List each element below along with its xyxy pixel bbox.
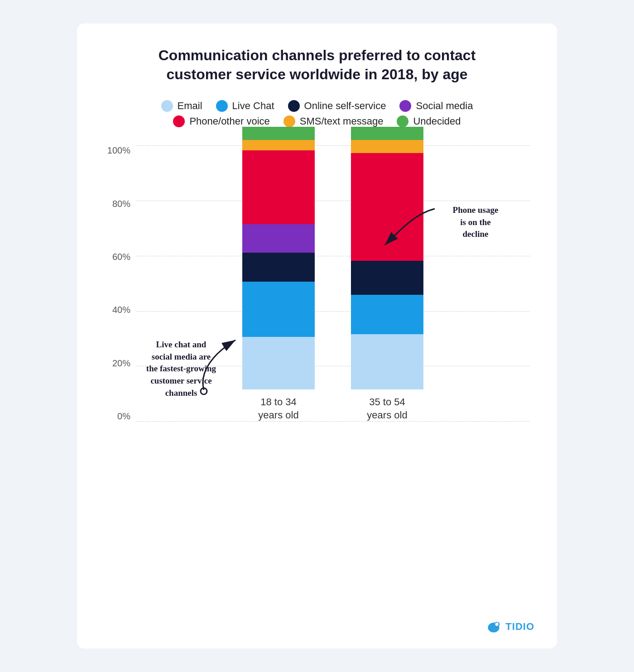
bar-label-0: 18 to 34years old: [258, 396, 298, 422]
y-axis: 0%20%40%60%80%100%: [104, 145, 136, 453]
y-axis-label: 0%: [104, 411, 136, 422]
legend-label: Social media: [416, 100, 473, 112]
legend-label: Online self-service: [304, 100, 386, 112]
legend-label: Undecided: [413, 115, 461, 127]
bar-group-1: 35 to 54years old: [351, 127, 423, 422]
brand-name: TIDIO: [505, 621, 534, 633]
legend-item-social-media: Social media: [399, 100, 473, 112]
legend-dot: [216, 100, 228, 112]
legend: EmailLive ChatOnline self-serviceSocial …: [104, 100, 530, 127]
legend-label: Live Chat: [232, 100, 274, 112]
legend-item-undecided: Undecided: [397, 115, 461, 127]
legend-item-email: Email: [161, 100, 202, 112]
legend-label: Email: [178, 100, 202, 112]
legend-dot: [397, 115, 408, 127]
annotation-left: Live chat andsocial media arethe fastest…: [131, 339, 231, 399]
legend-dot: [399, 100, 411, 112]
chart-title: Communication channels preferred to cont…: [104, 46, 530, 84]
legend-label: SMS/text message: [300, 115, 384, 127]
y-axis-label: 40%: [104, 305, 136, 315]
chart-inner: 18 to 34years old35 to 54years old: [136, 145, 530, 453]
legend-item-live-chat: Live Chat: [216, 100, 274, 112]
bar-segment: [351, 261, 423, 295]
legend-row-1: EmailLive ChatOnline self-serviceSocial …: [104, 100, 530, 112]
infographic-card: Communication channels preferred to cont…: [77, 24, 557, 648]
bar-segment: [242, 127, 315, 140]
legend-dot: [173, 115, 185, 127]
bar-segment: [351, 127, 423, 140]
tidio-brand: TIDIO: [485, 619, 534, 635]
bar-segment: [351, 334, 423, 389]
bar-label-1: 35 to 54years old: [367, 396, 407, 422]
bar-segment: [242, 150, 315, 224]
legend-item-sms/text-message: SMS/text message: [283, 115, 384, 127]
legend-label: Phone/other voice: [189, 115, 269, 127]
tidio-icon: [485, 619, 502, 635]
legend-dot: [288, 100, 300, 112]
bar-segment: [351, 153, 423, 261]
legend-item-online-self-service: Online self-service: [288, 100, 386, 112]
legend-item-phone/other-voice: Phone/other voice: [173, 115, 269, 127]
stacked-bar-0: [242, 127, 315, 389]
bar-segment: [242, 337, 315, 389]
bar-segment: [351, 295, 423, 334]
legend-dot: [161, 100, 173, 112]
bar-segment: [351, 140, 423, 153]
svg-point-5: [495, 623, 499, 626]
y-axis-label: 100%: [104, 145, 136, 156]
y-axis-label: 80%: [104, 199, 136, 209]
bar-segment: [242, 282, 315, 337]
bar-group-0: 18 to 34years old: [242, 127, 315, 422]
annotation-right: Phone usageis on thedecline: [435, 204, 516, 240]
bar-segment: [242, 253, 315, 282]
bar-segment: [242, 224, 315, 253]
stacked-bar-1: [351, 127, 423, 389]
bar-segment: [242, 140, 315, 150]
y-axis-label: 60%: [104, 252, 136, 262]
chart-area: 0%20%40%60%80%100% 18 to 34years old35 t…: [104, 145, 530, 453]
legend-dot: [283, 115, 295, 127]
legend-row-2: Phone/other voiceSMS/text messageUndecid…: [104, 115, 530, 127]
